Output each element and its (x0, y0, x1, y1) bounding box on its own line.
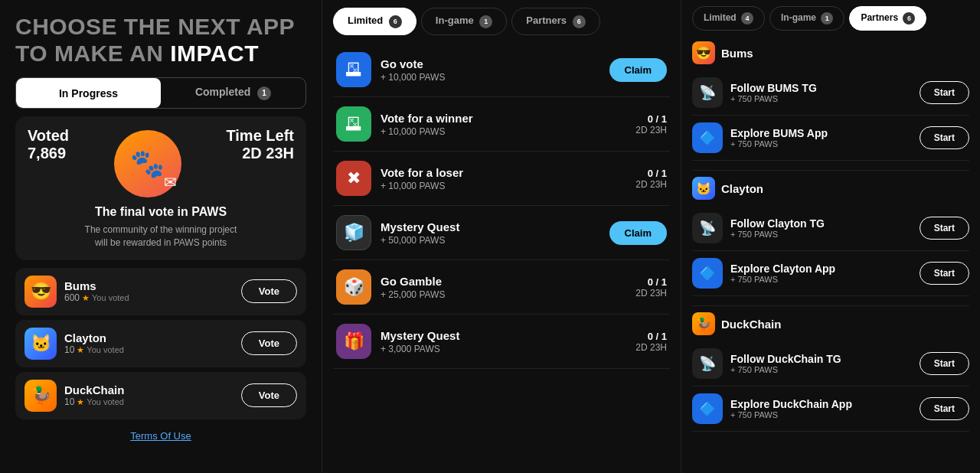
vote-loser-icon: ✖ (336, 161, 371, 196)
voted-label: Voted (28, 127, 69, 145)
bums-score: 600 ★ You voted (64, 292, 234, 303)
duckchain-tg-paws: + 750 PAWS (730, 365, 912, 374)
progress-tab-bar: In Progress Completed 1 (15, 77, 306, 109)
duckchain-app-info: Explore DuckChain App + 750 PAWS (730, 398, 912, 419)
limited-tab[interactable]: Limited 6 (333, 8, 416, 35)
clayton-app-paws: + 750 PAWS (730, 275, 912, 284)
bums-vote-button[interactable]: Vote (241, 279, 297, 303)
bums-tg-name: Follow BUMS TG (730, 82, 912, 94)
mystery1-claim-button[interactable]: Claim (609, 221, 667, 245)
headline-line2-gray: TO MAKE AN (15, 41, 163, 66)
project-list: 😎 Bums 600 ★ You voted Vote 🐱 Clayton 10… (15, 268, 306, 419)
divider-1 (692, 170, 969, 171)
right-partners-tab[interactable]: Partners 6 (849, 6, 926, 31)
duckchain-vote-button[interactable]: Vote (241, 383, 297, 407)
headline-line1: CHOOSE THE NEXT APP (15, 14, 295, 39)
mystery2-icon: 🎁 (336, 324, 371, 359)
completed-tab[interactable]: Completed 1 (161, 78, 305, 108)
vote-subtitle: The community of the winning projectwill… (85, 223, 237, 250)
mystery2-timer: 2D 23H (635, 342, 667, 353)
right-partners-badge: 6 (903, 12, 915, 24)
vote-winner-progress: 0 / 1 (635, 113, 667, 125)
right-limited-badge: 4 (741, 12, 753, 24)
vote-winner-icon: 🗳 (336, 106, 371, 142)
right-limited-tab[interactable]: Limited 4 (692, 6, 765, 31)
left-panel: CHOOSE THE NEXT APP TO MAKE AN IMPACT In… (0, 0, 322, 473)
go-gamble-paws: + 25,000 PAWS (381, 289, 626, 300)
vote-winner-timer: 2D 23H (635, 125, 667, 135)
duckchain-app-paws: + 750 PAWS (730, 410, 912, 419)
go-vote-info: Go vote + 10,000 PAWS (381, 57, 600, 83)
duckchain-tg-info: Follow DuckChain TG + 750 PAWS (730, 353, 912, 374)
duckchain-app-icon: 🔷 (692, 393, 723, 424)
bums-app-start-button[interactable]: Start (920, 126, 969, 149)
clayton-meta: Clayton 10 ★ You voted (64, 331, 234, 355)
mystery2-info: Mystery Quest + 3,000 PAWS (381, 329, 626, 354)
go-vote-name: Go vote (381, 57, 600, 70)
bums-tg-icon: 📡 (692, 77, 723, 108)
go-vote-paws: + 10,000 PAWS (381, 72, 600, 83)
clayton-icon: 🐱 (24, 328, 57, 360)
duckchain-app-start-button[interactable]: Start (920, 397, 969, 420)
duckchain-name: DuckChain (64, 383, 234, 396)
bums-brand-section: 😎 Bums 📡 Follow BUMS TG + 750 PAWS Start… (692, 38, 969, 161)
quest-row-go-vote: 🗳 Go vote + 10,000 PAWS Claim (333, 43, 670, 97)
clayton-tg-start-button[interactable]: Start (920, 217, 969, 240)
time-value: 2D 23H (226, 145, 294, 162)
mid-panel: Limited 6 In-game 1 Partners 6 🗳 Go vote… (322, 0, 681, 473)
right-ingame-tab[interactable]: In-game 1 (769, 6, 844, 31)
project-row-duckchain: 🦆 DuckChain 10 ★ You voted Vote (15, 372, 306, 419)
clayton-tg-info: Follow Clayton TG + 750 PAWS (730, 217, 912, 239)
clayton-brand-logo: 🐱 (692, 177, 715, 200)
vote-loser-paws: + 10,000 PAWS (381, 181, 626, 191)
duckchain-explore-app-row: 🔷 Explore DuckChain App + 750 PAWS Start (692, 387, 969, 432)
duckchain-score: 10 ★ You voted (64, 396, 234, 407)
bums-tg-start-button[interactable]: Start (920, 81, 969, 104)
right-ingame-badge: 1 (821, 12, 833, 24)
bums-follow-tg-row: 📡 Follow BUMS TG + 750 PAWS Start (692, 70, 969, 116)
terms-of-use-link[interactable]: Terms Of Use (15, 430, 306, 442)
paw-circle: 🐾 ✉ (114, 130, 181, 197)
clayton-score: 10 ★ You voted (64, 344, 234, 355)
in-progress-tab[interactable]: In Progress (16, 78, 161, 108)
mystery1-name: Mystery Quest (381, 220, 600, 233)
clayton-app-start-button[interactable]: Start (920, 262, 969, 285)
clayton-name: Clayton (64, 331, 234, 344)
right-panel: Limited 4 In-game 1 Partners 6 😎 Bums 📡 … (681, 0, 980, 473)
clayton-brand-section: 🐱 Clayton 📡 Follow Clayton TG + 750 PAWS… (692, 174, 969, 296)
partners-tab[interactable]: Partners 6 (511, 8, 599, 35)
clayton-vote-button[interactable]: Vote (241, 331, 297, 355)
duckchain-tg-start-button[interactable]: Start (920, 352, 969, 375)
vote-card: Voted 7,869 🐾 ✉ Time Left 2D 23H The fin… (15, 116, 306, 260)
bums-app-info: Explore BUMS App + 750 PAWS (730, 127, 912, 148)
duckchain-brand-section: 🦆 DuckChain 📡 Follow DuckChain TG + 750 … (692, 309, 969, 432)
project-row-bums: 😎 Bums 600 ★ You voted Vote (15, 268, 306, 315)
duckchain-brand-name: DuckChain (721, 318, 781, 331)
time-info: Time Left 2D 23H (226, 127, 294, 162)
duckchain-brand-header: 🦆 DuckChain (692, 312, 969, 335)
vote-winner-right: 0 / 1 2D 23H (635, 113, 667, 135)
bums-tg-paws: + 750 PAWS (730, 94, 912, 103)
clayton-tg-name: Follow Clayton TG (730, 217, 912, 230)
clayton-follow-tg-row: 📡 Follow Clayton TG + 750 PAWS Start (692, 206, 969, 251)
voted-value: 7,869 (28, 145, 69, 162)
mystery2-right: 0 / 1 2D 23H (635, 331, 667, 353)
divider-2 (692, 305, 969, 306)
vote-winner-paws: + 10,000 PAWS (381, 126, 626, 137)
completed-badge: 1 (257, 86, 271, 100)
go-vote-claim-button[interactable]: Claim (609, 58, 667, 82)
mystery1-info: Mystery Quest + 50,000 PAWS (381, 220, 600, 246)
ingame-tab[interactable]: In-game 1 (421, 8, 507, 35)
partners-badge: 6 (573, 15, 586, 28)
bums-icon: 😎 (24, 276, 57, 308)
clayton-app-info: Explore Clayton App + 750 PAWS (730, 263, 912, 284)
go-gamble-info: Go Gamble + 25,000 PAWS (381, 275, 626, 300)
headline-line2-bold: IMPACT (170, 41, 259, 66)
bums-meta: Bums 600 ★ You voted (64, 279, 234, 303)
duckchain-tg-name: Follow DuckChain TG (730, 353, 912, 365)
clayton-brand-name: Clayton (721, 182, 763, 195)
vote-loser-timer: 2D 23H (635, 179, 667, 190)
clayton-explore-app-row: 🔷 Explore Clayton App + 750 PAWS Start (692, 251, 969, 296)
clayton-brand-header: 🐱 Clayton (692, 177, 969, 200)
go-gamble-icon: 🎲 (336, 269, 371, 305)
